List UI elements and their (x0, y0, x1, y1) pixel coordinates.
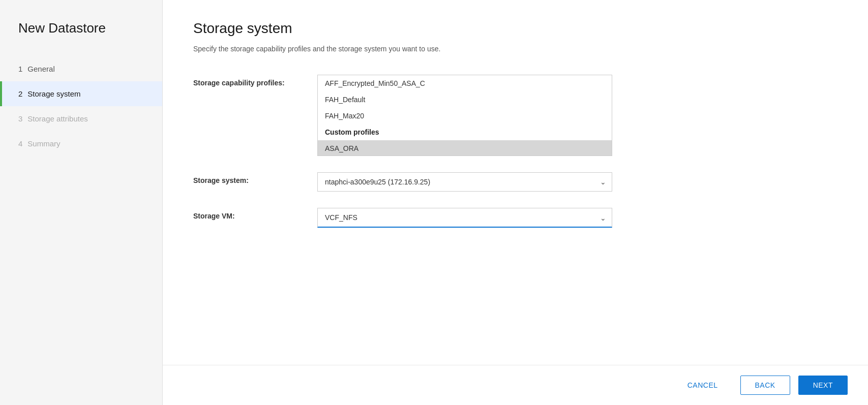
storage-vm-row: Storage VM: VCF_NFS ⌄ (193, 208, 651, 228)
listbox-item-fah-max20[interactable]: FAH_Max20 (318, 108, 612, 124)
listbox-item-custom-profiles: Custom profiles (318, 124, 612, 140)
form-section: Storage capability profiles: AFF_Encrypt… (193, 75, 651, 228)
listbox-item-fah-default[interactable]: FAH_Default (318, 91, 612, 108)
listbox-item-asa-ora[interactable]: ASA_ORA (318, 140, 612, 156)
capability-profiles-row: Storage capability profiles: AFF_Encrypt… (193, 75, 651, 156)
storage-system-select-wrapper: ntaphci-a300e9u25 (172.16.9.25) ⌄ (317, 172, 612, 192)
sidebar-step-summary[interactable]: 4 Summary (0, 131, 162, 156)
storage-system-select[interactable]: ntaphci-a300e9u25 (172.16.9.25) (317, 172, 612, 192)
next-button[interactable]: NEXT (798, 376, 848, 395)
sidebar-step-storage-system[interactable]: 2 Storage system (0, 81, 162, 106)
step-navigation: 1 General 2 Storage system 3 Storage att… (0, 56, 162, 156)
storage-vm-select[interactable]: VCF_NFS (317, 208, 612, 228)
sidebar-step-label-storage-system: Storage system (27, 89, 80, 98)
sidebar-step-storage-attributes[interactable]: 3 Storage attributes (0, 106, 162, 131)
sidebar-step-label-storage-attributes: Storage attributes (27, 114, 87, 123)
step-number-summary: 4 (18, 139, 22, 148)
sidebar: New Datastore 1 General 2 Storage system… (0, 0, 163, 405)
storage-system-row: Storage system: ntaphci-a300e9u25 (172.1… (193, 172, 651, 192)
page-description: Specify the storage capability profiles … (193, 44, 837, 54)
listbox-item-aff[interactable]: AFF_Encrypted_Min50_ASA_C (318, 75, 612, 91)
back-button[interactable]: BACK (740, 376, 790, 395)
capability-profiles-label: Storage capability profiles: (193, 75, 305, 87)
page-title: Storage system (193, 20, 837, 37)
storage-system-label: Storage system: (193, 172, 305, 184)
sidebar-step-label-general: General (27, 65, 54, 73)
storage-system-control: ntaphci-a300e9u25 (172.16.9.25) ⌄ (317, 172, 612, 192)
step-number-storage-attributes: 3 (18, 114, 22, 123)
storage-vm-label: Storage VM: (193, 208, 305, 220)
storage-vm-control: VCF_NFS ⌄ (317, 208, 612, 228)
step-number-general: 1 (18, 65, 22, 73)
capability-profiles-control: AFF_Encrypted_Min50_ASA_C FAH_Default FA… (317, 75, 612, 156)
storage-vm-select-wrapper: VCF_NFS ⌄ (317, 208, 612, 228)
sidebar-step-general[interactable]: 1 General (0, 56, 162, 81)
cancel-button[interactable]: CANCEL (673, 376, 732, 394)
sidebar-step-label-summary: Summary (27, 139, 60, 148)
capability-profiles-listbox[interactable]: AFF_Encrypted_Min50_ASA_C FAH_Default FA… (317, 75, 612, 156)
main-panel: Storage system Specify the storage capab… (163, 0, 868, 405)
step-number-storage-system: 2 (18, 89, 22, 98)
app-title: New Datastore (0, 20, 162, 56)
bottom-actions: CANCEL BACK NEXT (163, 365, 868, 405)
